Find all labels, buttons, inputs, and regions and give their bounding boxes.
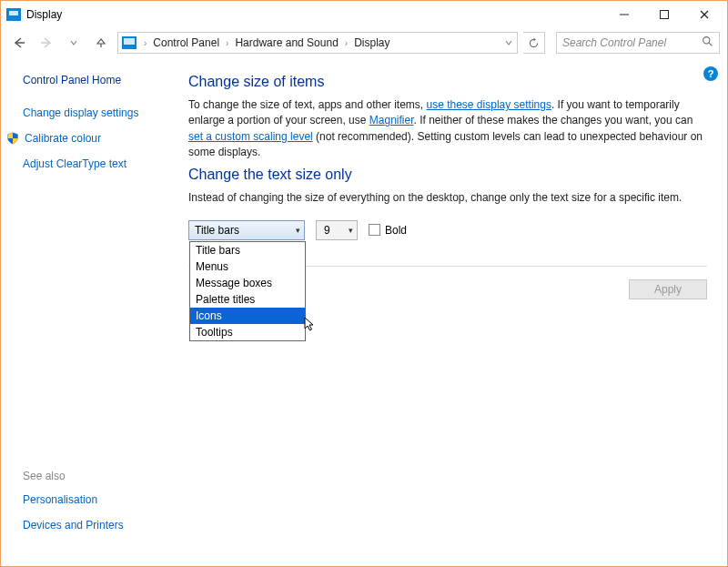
font-size-value: 9 — [324, 224, 330, 237]
search-icon — [702, 35, 713, 50]
window-minimize-button[interactable] — [612, 5, 636, 24]
svg-line-8 — [709, 43, 712, 46]
dropdown-option[interactable]: Menus — [190, 258, 305, 275]
nav-forward-button[interactable] — [35, 32, 57, 54]
dropdown-option-highlighted[interactable]: Icons — [190, 308, 305, 324]
help-icon[interactable]: ? — [703, 66, 718, 81]
text-size-controls: Title bars ▾ Title bars Menus Message bo… — [188, 220, 707, 240]
sidebar-change-display-settings[interactable]: Change display settings — [23, 106, 170, 119]
section-heading-text-size-only: Change the text size only — [188, 167, 707, 183]
link-custom-scaling[interactable]: set a custom scaling level — [188, 130, 313, 143]
window-maximize-button[interactable] — [652, 5, 676, 24]
breadcrumb-segment[interactable]: Hardware and Sound — [232, 36, 340, 49]
address-bar[interactable]: › Control Panel › Hardware and Sound › D… — [117, 32, 518, 54]
nav-recent-dropdown[interactable] — [63, 32, 85, 54]
chevron-down-icon: ▾ — [349, 226, 353, 235]
nav-back-button[interactable] — [8, 32, 30, 54]
item-dropdown-list[interactable]: Title bars Menus Message boxes Palette t… — [189, 241, 306, 341]
section1-description: To change the size of text, apps and oth… — [188, 97, 707, 161]
dropdown-option[interactable]: Tooltips — [190, 324, 305, 340]
bold-checkbox-label: Bold — [385, 224, 407, 237]
display-monitor-icon — [122, 36, 136, 49]
dropdown-option[interactable]: Title bars — [190, 242, 305, 258]
main-content: ? Change size of items To change the siz… — [183, 57, 727, 566]
breadcrumb-segment[interactable]: Display — [351, 36, 392, 49]
chevron-right-icon: › — [343, 38, 349, 48]
bold-checkbox[interactable] — [369, 224, 380, 236]
dropdown-option[interactable]: Message boxes — [190, 275, 305, 291]
refresh-button[interactable] — [523, 32, 545, 54]
svg-point-7 — [703, 37, 710, 44]
sidebar-adjust-cleartype[interactable]: Adjust ClearType text — [23, 157, 170, 170]
item-dropdown[interactable]: Title bars ▾ Title bars Menus Message bo… — [188, 220, 305, 240]
chevron-down-icon: ▾ — [296, 226, 300, 235]
see-also-personalisation[interactable]: Personalisation — [23, 493, 170, 506]
dropdown-option[interactable]: Palette titles — [190, 291, 305, 308]
nav-up-button[interactable] — [90, 32, 112, 54]
section2-description: Instead of changing the size of everythi… — [188, 190, 707, 206]
font-size-dropdown[interactable]: 9 ▾ — [316, 220, 358, 240]
cursor-icon — [304, 317, 317, 333]
window-close-button[interactable] — [693, 5, 716, 24]
see-also-label: See also — [23, 470, 170, 482]
sidebar: Control Panel Home Change display settin… — [1, 57, 183, 566]
link-use-display-settings[interactable]: use these display settings — [427, 98, 551, 111]
display-monitor-icon — [6, 8, 21, 21]
search-input[interactable]: Search Control Panel — [556, 32, 720, 54]
section-heading-change-size: Change size of items — [188, 74, 707, 90]
navigation-bar: › Control Panel › Hardware and Sound › D… — [1, 28, 727, 57]
breadcrumb-segment[interactable]: Control Panel — [150, 36, 222, 49]
window-titlebar: Display — [1, 1, 727, 28]
svg-rect-1 — [661, 11, 669, 19]
see-also-section: See also Personalisation Devices and Pri… — [23, 470, 170, 557]
link-magnifier[interactable]: Magnifier — [369, 114, 414, 127]
chevron-down-icon[interactable] — [504, 38, 513, 47]
see-also-devices-printers[interactable]: Devices and Printers — [23, 519, 170, 532]
apply-button[interactable]: Apply — [629, 279, 707, 299]
search-placeholder: Search Control Panel — [562, 36, 666, 49]
sidebar-control-panel-home[interactable]: Control Panel Home — [23, 74, 170, 86]
item-dropdown-value: Title bars — [195, 224, 239, 237]
shield-icon — [6, 132, 19, 145]
sidebar-calibrate-colour[interactable]: Calibrate colour — [25, 132, 101, 145]
window-title: Display — [26, 8, 62, 21]
chevron-right-icon: › — [224, 38, 230, 48]
chevron-right-icon: › — [142, 38, 148, 48]
